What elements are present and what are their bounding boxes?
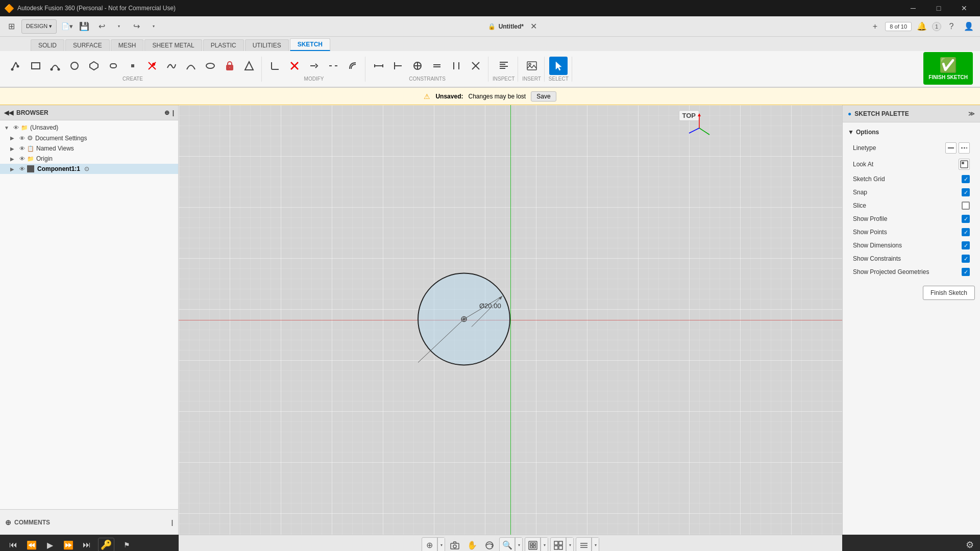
lock-tool[interactable] xyxy=(220,57,239,75)
save-button[interactable]: Save xyxy=(531,91,556,102)
conic-tool[interactable] xyxy=(182,57,200,75)
palette-row-show-points[interactable]: Show Points ✓ xyxy=(848,226,975,239)
parallel-constraint[interactable] xyxy=(447,57,465,75)
horizontal-constraint[interactable] xyxy=(370,57,388,75)
browser-settings-icon[interactable]: ⊕ xyxy=(164,109,169,116)
linetype-dashed-icon[interactable] xyxy=(959,142,970,154)
trim-modify-tool[interactable] xyxy=(285,57,304,75)
palette-row-snap[interactable]: Snap ✓ xyxy=(848,186,975,199)
line-tool[interactable] xyxy=(7,57,26,75)
cursor-dropdown[interactable]: ▾ xyxy=(437,538,445,552)
angle-constraint[interactable] xyxy=(467,57,485,75)
skip-start-button[interactable]: ⏮ xyxy=(6,538,20,551)
sketch-circle[interactable]: Ø20.00 xyxy=(413,268,515,372)
tab-surface[interactable]: SURFACE xyxy=(65,39,110,51)
undo-button[interactable]: ↩ xyxy=(94,19,109,34)
canvas[interactable]: Ø20.00 TOP xyxy=(179,105,842,535)
point-tool[interactable] xyxy=(124,57,142,75)
settings-tool[interactable] xyxy=(576,538,592,552)
close-button[interactable]: ✕ xyxy=(952,0,976,16)
show-profile-checkbox[interactable]: ✓ xyxy=(962,215,970,223)
trim-tool[interactable] xyxy=(143,57,161,75)
grid-view-tool[interactable] xyxy=(551,538,566,552)
tab-mesh[interactable]: MESH xyxy=(111,39,144,51)
palette-row-slice[interactable]: Slice xyxy=(848,199,975,212)
file-icon[interactable]: 📄▾ xyxy=(60,19,74,34)
browser-collapse-right[interactable]: | xyxy=(173,109,174,116)
grid-dropdown[interactable]: ▾ xyxy=(566,538,573,552)
fillet-tool[interactable] xyxy=(266,57,284,75)
palette-row-show-dimensions[interactable]: Show Dimensions ✓ xyxy=(848,239,975,252)
perpendicular-constraint[interactable] xyxy=(389,57,407,75)
circle-constraint[interactable] xyxy=(408,57,427,75)
select-tool[interactable] xyxy=(549,57,568,75)
tab-plastic[interactable]: PLASTIC xyxy=(203,39,244,51)
triangle-tool[interactable] xyxy=(240,57,258,75)
notification-icon[interactable]: 🔔 xyxy=(915,19,929,34)
insert-image-tool[interactable] xyxy=(523,57,541,75)
offset-tool[interactable] xyxy=(344,57,362,75)
redo-button[interactable]: ↪ xyxy=(129,19,143,34)
tree-item-named-views[interactable]: ▶ 👁 📋 Named Views xyxy=(0,143,178,154)
cursor-tool[interactable]: ⊕ xyxy=(422,538,437,552)
show-constraints-checkbox[interactable]: ✓ xyxy=(962,255,970,263)
show-dimensions-checkbox[interactable]: ✓ xyxy=(962,241,970,249)
play-button[interactable]: ▶ xyxy=(43,538,57,551)
zoom-dropdown[interactable]: ▾ xyxy=(515,538,522,552)
display-dropdown[interactable]: ▾ xyxy=(541,538,548,552)
tab-sketch[interactable]: SKETCH xyxy=(290,38,330,51)
user-icon[interactable]: 👤 xyxy=(962,19,976,34)
ellipse-tool[interactable] xyxy=(201,57,219,75)
pan-tool[interactable]: ✋ xyxy=(464,538,480,552)
minimize-button[interactable]: ─ xyxy=(901,0,925,16)
palette-row-show-constraints[interactable]: Show Constraints ✓ xyxy=(848,252,975,265)
tab-utilities[interactable]: UTILITIES xyxy=(245,39,289,51)
design-button[interactable]: DESIGN ▾ xyxy=(21,19,57,34)
redo-dropdown[interactable]: ▾ xyxy=(146,19,161,34)
maximize-button[interactable]: □ xyxy=(927,0,950,16)
gear-settings-icon[interactable]: ⚙ xyxy=(966,539,974,550)
options-section-header[interactable]: ▼ Options xyxy=(848,129,975,136)
polygon-tool[interactable] xyxy=(85,57,103,75)
palette-expand-icon[interactable]: ≫ xyxy=(968,110,975,117)
settings-dropdown[interactable]: ▾ xyxy=(592,538,599,552)
tree-item-component[interactable]: ▶ 👁 Component1:1 ⊙ xyxy=(0,164,178,174)
finish-sketch-palette-button[interactable]: Finish Sketch xyxy=(923,286,975,300)
arc-tool[interactable] xyxy=(46,57,64,75)
marker-icon[interactable]: ⚑ xyxy=(118,538,135,551)
break-tool[interactable] xyxy=(324,57,342,75)
circle-tool[interactable] xyxy=(65,57,84,75)
help-icon[interactable]: ? xyxy=(944,19,959,34)
palette-row-show-projected[interactable]: Show Projected Geometries ✓ xyxy=(848,265,975,279)
show-projected-checkbox[interactable]: ✓ xyxy=(962,268,970,276)
equal-constraint[interactable] xyxy=(428,57,446,75)
add-tab-button[interactable]: + xyxy=(868,19,882,34)
project-tool[interactable] xyxy=(104,57,122,75)
zoom-tool[interactable]: 🔍 xyxy=(500,538,515,552)
finish-sketch-button[interactable]: ✅ FINISH SKETCH xyxy=(923,52,973,85)
display-tool[interactable] xyxy=(525,538,541,552)
inspect-tool[interactable] xyxy=(495,57,513,75)
palette-row-show-profile[interactable]: Show Profile ✓ xyxy=(848,212,975,226)
prev-button[interactable]: ⏪ xyxy=(24,538,39,551)
skip-end-button[interactable]: ⏭ xyxy=(80,538,94,551)
browser-collapse-icon[interactable]: ◀◀ xyxy=(4,109,13,116)
view-cube[interactable] xyxy=(687,110,712,137)
undo-dropdown[interactable]: ▾ xyxy=(112,19,126,34)
tab-sheet-metal[interactable]: SHEET METAL xyxy=(144,39,202,51)
next-button[interactable]: ⏩ xyxy=(61,538,76,551)
slice-checkbox[interactable] xyxy=(962,202,970,210)
spline-tool[interactable] xyxy=(162,57,181,75)
close-doc-button[interactable]: ✕ xyxy=(527,19,541,34)
rectangle-tool[interactable] xyxy=(27,57,45,75)
extend-tool[interactable] xyxy=(305,57,323,75)
tab-solid[interactable]: SOLID xyxy=(31,39,64,51)
grid-icon[interactable]: ⊞ xyxy=(4,19,18,34)
palette-row-sketch-grid[interactable]: Sketch Grid ✓ xyxy=(848,172,975,186)
show-points-checkbox[interactable]: ✓ xyxy=(962,228,970,236)
snap-checkbox[interactable]: ✓ xyxy=(962,188,970,196)
linetype-solid-icon[interactable] xyxy=(945,142,957,154)
camera-tool[interactable] xyxy=(447,538,462,552)
sketch-grid-checkbox[interactable]: ✓ xyxy=(962,175,970,183)
comments-panel[interactable]: ⊕ COMMENTS | xyxy=(0,509,178,535)
